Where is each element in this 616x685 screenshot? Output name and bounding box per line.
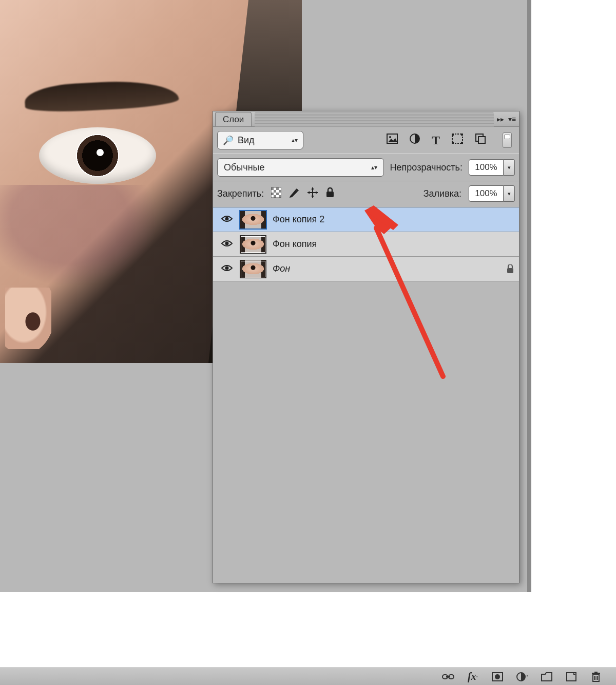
panel-divider[interactable] (527, 0, 531, 592)
image-region (5, 288, 51, 349)
layer-kind-filter[interactable]: 🔎 Вид ▴▾ (217, 131, 303, 149)
svg-rect-6 (452, 142, 454, 144)
opacity-label: Непрозрачность: (390, 162, 463, 173)
svg-rect-9 (478, 137, 485, 143)
lock-transparency-icon[interactable] (271, 187, 281, 200)
lock-position-icon[interactable] (307, 187, 318, 201)
svg-point-22 (225, 242, 229, 245)
svg-point-29 (495, 674, 500, 679)
layers-list: Фон копия 2 Фон копия Фон (213, 207, 519, 281)
visibility-toggle-icon[interactable] (220, 263, 234, 275)
svg-rect-15 (271, 193, 274, 195)
svg-rect-20 (326, 192, 334, 197)
lock-pixels-icon[interactable] (288, 187, 300, 200)
opacity-input[interactable]: 100% (469, 159, 504, 176)
svg-rect-17 (274, 195, 276, 198)
adjustment-filter-icon[interactable] (409, 133, 420, 147)
svg-rect-16 (276, 193, 279, 195)
image-filter-icon[interactable] (387, 134, 398, 147)
type-filter-icon[interactable]: T (432, 134, 440, 147)
fill-dropdown[interactable]: ▾ (504, 185, 515, 202)
new-layer-icon[interactable] (565, 672, 578, 681)
image-region (24, 78, 179, 114)
lock-all-icon[interactable] (325, 187, 335, 200)
svg-point-23 (225, 267, 229, 270)
delete-layer-icon[interactable] (589, 672, 603, 682)
link-layers-icon[interactable] (441, 673, 455, 681)
layers-bottom-toolbar: fx▫ ▫ (0, 668, 616, 685)
filter-toggle[interactable] (503, 132, 512, 148)
image-region (39, 127, 156, 184)
fill-input[interactable]: 100% (469, 185, 504, 202)
panel-menu-icon[interactable]: ▾≡ (508, 115, 516, 123)
svg-rect-33 (592, 673, 600, 674)
layer-mask-icon[interactable] (491, 672, 504, 681)
layer-thumbnail[interactable] (240, 260, 266, 278)
layer-name-label[interactable]: Фон (273, 263, 290, 274)
layer-thumbnail[interactable] (240, 211, 266, 229)
lock-icon (505, 263, 516, 275)
svg-rect-12 (276, 187, 279, 190)
search-icon: 🔎 (223, 135, 234, 146)
svg-rect-34 (594, 672, 598, 673)
svg-rect-7 (461, 142, 463, 144)
shape-filter-icon[interactable] (451, 133, 464, 147)
svg-rect-13 (274, 190, 276, 193)
svg-rect-11 (271, 187, 274, 190)
layers-panel: Слои ▸▸ ▾≡ 🔎 Вид ▴▾ T (213, 111, 519, 583)
svg-rect-27 (446, 676, 450, 677)
svg-rect-24 (507, 268, 513, 273)
layer-row[interactable]: Фон копия 2 (213, 207, 519, 232)
filter-icon-row: T (387, 132, 515, 148)
svg-rect-18 (279, 195, 281, 198)
blend-mode-value: Обычные (224, 162, 265, 173)
smartobject-filter-icon[interactable] (475, 133, 486, 147)
chevron-updown-icon: ▴▾ (371, 164, 377, 171)
layer-row[interactable]: Фон (213, 257, 519, 281)
visibility-toggle-icon[interactable] (220, 214, 234, 225)
visibility-toggle-icon[interactable] (220, 238, 234, 250)
svg-rect-4 (452, 134, 454, 136)
opacity-dropdown[interactable]: ▾ (504, 159, 515, 176)
adjustment-layer-icon[interactable]: ▫ (515, 672, 529, 682)
image-region (0, 185, 175, 298)
lock-label: Закрепить: (217, 188, 264, 199)
layer-thumbnail[interactable] (240, 235, 266, 254)
group-icon[interactable] (540, 672, 553, 681)
chevron-updown-icon: ▴▾ (292, 137, 298, 144)
right-gutter (531, 0, 616, 592)
fill-label: Заливка: (424, 188, 461, 199)
blend-mode-select[interactable]: Обычные ▴▾ (217, 158, 384, 177)
layer-name-label[interactable]: Фон копия (273, 239, 317, 250)
layer-name-label[interactable]: Фон копия 2 (273, 214, 324, 225)
panel-drag-handle[interactable] (255, 112, 493, 127)
svg-point-21 (225, 217, 229, 221)
tab-layers[interactable]: Слои (215, 112, 252, 126)
svg-rect-14 (279, 190, 281, 193)
svg-rect-5 (461, 134, 463, 136)
layer-row[interactable]: Фон копия (213, 232, 519, 257)
fx-icon[interactable]: fx▫ (466, 671, 479, 682)
collapse-icon[interactable]: ▸▸ (497, 115, 504, 123)
svg-point-1 (389, 136, 391, 138)
panel-tabbar: Слои ▸▸ ▾≡ (213, 111, 519, 127)
layer-kind-label: Вид (238, 135, 287, 146)
